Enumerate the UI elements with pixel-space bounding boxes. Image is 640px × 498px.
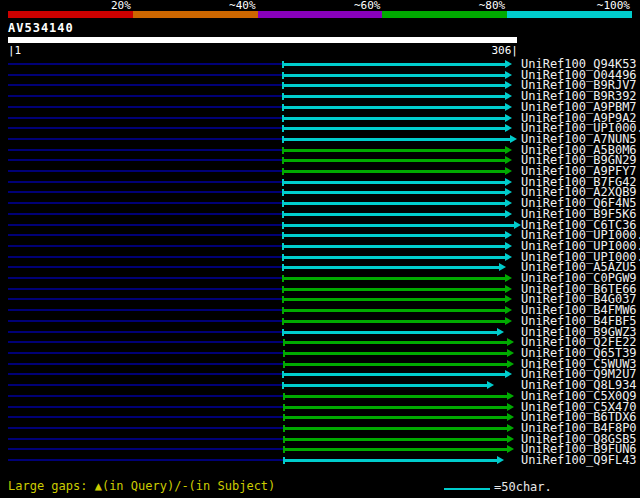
- query-extent-line: [8, 309, 282, 311]
- query-extent-line: [8, 459, 283, 461]
- query-extent-line: [8, 181, 282, 183]
- hit-label[interactable]: UniRef100_Q9FL43: [521, 455, 637, 466]
- hit-row: UniRef100_Q9FL43: [0, 455, 640, 466]
- query-extent-line: [8, 341, 283, 343]
- query-extent-line: [8, 277, 282, 279]
- hsp-arrow-icon: [505, 156, 512, 164]
- hsp-bar: [282, 234, 506, 237]
- hsp-bar: [282, 331, 497, 334]
- identity-scale-segment: [507, 11, 632, 18]
- hsp-arrow-icon: [507, 413, 514, 421]
- hsp-arrow-icon: [510, 135, 517, 143]
- query-extent-line: [8, 245, 282, 247]
- hsp-arrow-icon: [505, 178, 512, 186]
- hsp-bar: [282, 373, 506, 376]
- hsp-arrow-icon: [505, 285, 512, 293]
- query-extent-line: [8, 288, 282, 290]
- hsp-arrow-icon: [507, 403, 514, 411]
- hsp-bar: [283, 459, 497, 462]
- hsp-bar: [282, 277, 506, 280]
- hsp-arrow-icon: [505, 103, 512, 111]
- hsp-bar: [283, 416, 507, 419]
- query-extent-line: [8, 127, 282, 129]
- hsp-bar: [282, 117, 506, 120]
- query-extent-line: [8, 331, 282, 333]
- query-bar: [8, 37, 517, 43]
- query-extent-line: [8, 352, 283, 354]
- hsp-bar: [282, 149, 506, 152]
- hsp-arrow-icon: [505, 81, 512, 89]
- query-extent-line: [8, 106, 282, 108]
- query-extent-line: [8, 448, 283, 450]
- identity-scale-labels: 20%~40%~60%~80%~100%: [8, 0, 632, 11]
- hsp-bar: [282, 202, 506, 205]
- hsp-bar: [282, 288, 506, 291]
- query-extent-line: [8, 406, 283, 408]
- identity-scale-segment: [133, 11, 258, 18]
- query-extent-line: [8, 202, 282, 204]
- query-end-label: 306|: [400, 45, 518, 56]
- hsp-bar: [282, 213, 506, 216]
- hsp-bar: [282, 298, 506, 301]
- identity-scale-label: ~100%: [507, 0, 632, 11]
- hsp-bar: [282, 256, 506, 259]
- query-extent-line: [8, 373, 282, 375]
- hsp-arrow-icon: [505, 188, 512, 196]
- hsp-arrow-icon: [505, 71, 512, 79]
- hsp-bar: [282, 309, 506, 312]
- hsp-arrow-icon: [487, 381, 494, 389]
- hsp-arrow-icon: [499, 263, 506, 271]
- hsp-bar: [282, 181, 506, 184]
- query-extent-line: [8, 95, 282, 97]
- query-extent-line: [8, 213, 282, 215]
- query-extent-line: [8, 234, 282, 236]
- hsp-arrow-icon: [505, 274, 512, 282]
- hsp-arrow-icon: [505, 199, 512, 207]
- hsp-bar: [282, 320, 506, 323]
- hsp-bar: [282, 245, 506, 248]
- hsp-arrow-icon: [505, 167, 512, 175]
- hsp-arrow-icon: [505, 242, 512, 250]
- hsp-bar: [282, 84, 506, 87]
- scale-legend-line: [444, 488, 490, 490]
- query-extent-line: [8, 266, 282, 268]
- hsp-arrow-icon: [514, 221, 521, 229]
- query-extent-line: [8, 63, 282, 65]
- hsp-bar: [283, 427, 507, 430]
- hsp-bar: [282, 191, 506, 194]
- hsp-bar: [283, 341, 507, 344]
- hsp-arrow-icon: [505, 114, 512, 122]
- query-extent-line: [8, 170, 282, 172]
- hsp-arrow-icon: [505, 253, 512, 261]
- hsp-arrow-icon: [507, 360, 514, 368]
- hsp-bar: [282, 159, 506, 162]
- hsp-arrow-icon: [505, 295, 512, 303]
- query-extent-line: [8, 138, 282, 140]
- query-extent-line: [8, 438, 283, 440]
- hsp-arrow-icon: [505, 60, 512, 68]
- hsp-arrow-icon: [505, 231, 512, 239]
- query-extent-line: [8, 149, 282, 151]
- hsp-bar: [282, 95, 506, 98]
- hsp-bar: [282, 106, 506, 109]
- hsp-arrow-icon: [497, 456, 504, 464]
- identity-scale-label: 20%: [8, 0, 133, 11]
- query-extent-line: [8, 224, 282, 226]
- hsp-bar: [283, 448, 507, 451]
- hsp-bar: [283, 363, 507, 366]
- hsp-arrow-icon: [505, 92, 512, 100]
- hsp-arrow-icon: [505, 146, 512, 154]
- hsp-arrow-icon: [505, 124, 512, 132]
- hsp-bar: [282, 138, 511, 141]
- query-extent-line: [8, 427, 283, 429]
- hsp-arrow-icon: [507, 445, 514, 453]
- hsp-bar: [283, 438, 507, 441]
- identity-scale-segment: [258, 11, 383, 18]
- hsp-bar: [283, 352, 507, 355]
- hsp-arrow-icon: [507, 392, 514, 400]
- hits-list: UniRef100_Q94K53UniRef100_O04496UniRef10…: [0, 59, 640, 466]
- hsp-arrow-icon: [505, 210, 512, 218]
- hsp-arrow-icon: [505, 317, 512, 325]
- identity-scale-bar: [8, 11, 632, 18]
- hsp-arrow-icon: [507, 435, 514, 443]
